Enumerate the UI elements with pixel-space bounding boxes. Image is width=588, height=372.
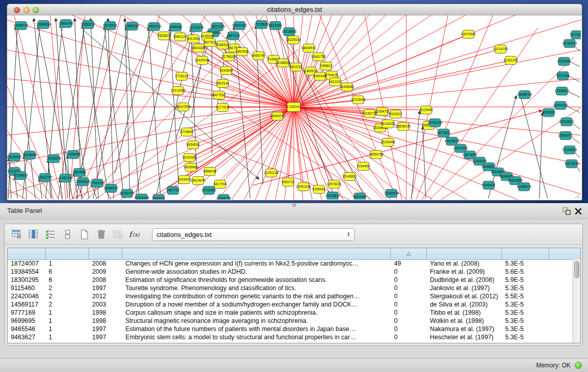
table-cell: Franke et al. (2009): [427, 268, 502, 276]
graph-node-label: 8417004: [213, 182, 227, 186]
column-header-year[interactable]: [89, 248, 122, 259]
graph-node-label: 16782753: [120, 191, 135, 195]
column-header-short[interactable]: [427, 248, 502, 259]
table-toolbar: f(x) citations_edges.txt ▲▼: [5, 224, 582, 245]
black-edge: [148, 28, 161, 199]
graph-node-label: 8161612: [389, 112, 402, 116]
black-edge: [56, 18, 68, 199]
function-builder-button[interactable]: f(x): [128, 228, 142, 241]
graph-node-label: 8226058: [201, 34, 214, 38]
table-row[interactable]: 1938455462009Genome-wide association stu…: [8, 268, 573, 276]
table-cell: 5.3E-5: [502, 284, 549, 292]
network-window[interactable]: citations_edges.txt 24055724193845542069…: [7, 4, 582, 201]
graph-node-label: 14671355: [210, 25, 225, 28]
black-edge: [135, 28, 172, 199]
graph-node-label: 16914479: [191, 179, 206, 182]
graph-node-label: 15188520: [276, 61, 291, 64]
table-cell: 2: [46, 284, 89, 292]
black-edge: [34, 18, 52, 199]
table-row[interactable]: 1872400712008Changes of HCN gene express…: [8, 259, 573, 268]
new-column-button[interactable]: [77, 228, 92, 241]
float-window-icon[interactable]: [562, 207, 571, 215]
table-mode-icon: [12, 229, 22, 239]
graph-node-label: 7955812: [319, 64, 333, 68]
table-selector-dropdown[interactable]: citations_edges.txt ▲▼: [152, 228, 355, 241]
graph-node-label: 15276042: [103, 24, 118, 27]
table-cell: Changes of HCN gene expression and I(f) …: [122, 259, 391, 268]
table-cell: 18300295: [8, 276, 46, 284]
graph-node-label: 8454749: [252, 54, 265, 57]
graph-node-label: 12214793: [493, 47, 508, 51]
graph-node-label: 8813054: [269, 24, 282, 27]
table-cell: 5.3E-5: [502, 325, 549, 333]
delete-column-button[interactable]: [94, 228, 108, 241]
table-cell: 1997: [89, 284, 122, 292]
memory-status-indicator: [575, 362, 582, 369]
graph-node-label: 18698235: [396, 124, 411, 128]
graph-node-label: 9155442: [312, 187, 325, 191]
table-cell: 2008: [89, 259, 122, 268]
column-header-in_degree[interactable]: [46, 248, 89, 259]
table-panel: Table Panel f(x) citations_edges.txt ▲▼ …: [0, 203, 588, 372]
scrollbar-thumb[interactable]: [574, 261, 579, 278]
graph-node-label: 9129946: [557, 59, 571, 63]
graph-node-label: 15716485: [202, 188, 216, 192]
network-canvas[interactable]: 2405572419384554206914061055323715276042…: [7, 15, 581, 200]
table-cell: 5.6E-5: [502, 268, 549, 276]
table-row[interactable]: 946554611997Estimation of the future num…: [8, 325, 573, 333]
column-visibility-icon: [29, 229, 39, 239]
black-edge: [256, 26, 263, 184]
dropdown-arrows-icon: ▲▼: [347, 232, 350, 237]
graph-node-label: 18107554: [176, 105, 191, 108]
graph-node-label: 8715894: [180, 130, 193, 134]
red-edge: [294, 15, 581, 107]
table-mode-button[interactable]: [10, 228, 24, 241]
black-edge: [126, 27, 139, 199]
sort-ascending-icon: △: [407, 251, 411, 256]
black-edge: [539, 113, 542, 199]
table-cell: 0: [391, 325, 427, 333]
column-visibility-button[interactable]: [27, 228, 41, 241]
table-cell: 0: [391, 333, 427, 341]
node-table: △ 1872400712008Changes of HCN gene expre…: [7, 248, 581, 343]
column-header-pagerank[interactable]: [502, 248, 549, 259]
rows-button[interactable]: [60, 228, 75, 241]
table-cell: 1: [46, 259, 89, 268]
table-cell: Genome-wide association studies in ADHD.: [122, 268, 391, 276]
delete-column-icon: [96, 229, 106, 239]
graph-node-label: 16543382: [191, 46, 206, 50]
graph-node-label: 9672922: [437, 131, 450, 135]
red-edge: [294, 15, 581, 107]
table-row[interactable]: 911546021997Tourette syndrome. Phenomeno…: [8, 284, 573, 292]
resize-grip[interactable]: [573, 192, 580, 199]
table-row[interactable]: 977716911998Corpus callosum shape and si…: [8, 309, 573, 317]
table-cell: 5.3E-5: [502, 317, 549, 325]
graph-node-label: 9154469: [357, 164, 370, 168]
table-cell: 1998: [89, 317, 122, 325]
graph-node-label: 9350051: [152, 196, 165, 200]
table-cell: 2008: [89, 276, 122, 284]
graph-node-label: 18640910: [301, 46, 316, 50]
red-edge: [294, 15, 581, 107]
graph-node-label: 18300295: [270, 114, 285, 118]
graph-node-label: 16210643: [559, 120, 574, 123]
select-all-button[interactable]: [43, 228, 58, 241]
network-window-titlebar[interactable]: citations_edges.txt: [7, 4, 582, 15]
split-divider-handle[interactable]: [292, 204, 296, 207]
vertical-scrollbar[interactable]: [573, 259, 580, 343]
table-header: △: [8, 248, 580, 260]
column-header-name[interactable]: [8, 248, 46, 259]
table-row[interactable]: 2242004622012Investigating the contribut…: [8, 292, 573, 300]
table-row[interactable]: 1456911722003Disruption of a novel membe…: [8, 300, 573, 309]
table-row[interactable]: 946362711997Embryonic stem cells: a mode…: [8, 333, 573, 341]
table-cell: 5.9E-5: [502, 276, 549, 284]
import-table-button: [111, 228, 125, 241]
graph-node-label: 9827503: [203, 40, 216, 44]
red-edge: [7, 91, 68, 200]
column-header-out_de[interactable]: △: [391, 248, 427, 259]
table-row[interactable]: 969969511998Structural magnetic resonanc…: [8, 317, 573, 325]
close-icon[interactable]: [575, 207, 582, 215]
table-row[interactable]: 1830029562008Estimation of significance …: [8, 276, 573, 284]
table-cell: Hescheler et al. (1997): [427, 333, 502, 341]
column-header-title[interactable]: [122, 248, 391, 259]
